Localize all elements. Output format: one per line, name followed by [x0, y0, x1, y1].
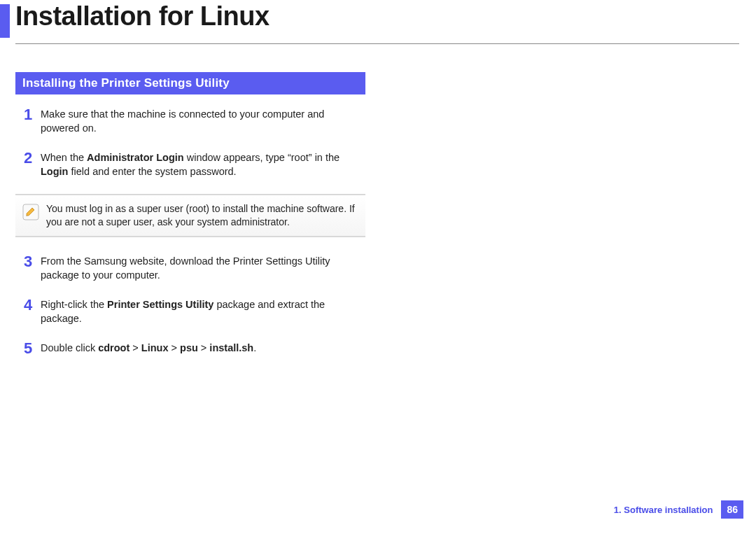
step-4: 4 Right-click the Printer Settings Utili… — [15, 297, 365, 325]
step-text: From the Samsung website, download the P… — [41, 254, 365, 282]
text-fragment: field and enter the system password. — [68, 166, 236, 177]
text-fragment: When the — [41, 152, 87, 163]
note-box: You must log in as a super user (root) t… — [15, 194, 365, 237]
steps-group-1: 1 Make sure that the machine is connecte… — [15, 107, 365, 178]
content-column: Installing the Printer Settings Utility … — [15, 72, 365, 356]
text-bold: cdroot — [98, 342, 130, 353]
step-5: 5 Double click cdroot > Linux > psu > in… — [15, 341, 365, 356]
page-footer: 1. Software installation 86 — [614, 500, 743, 519]
page-title: Installation for Linux — [10, 0, 270, 31]
step-2: 2 When the Administrator Login window ap… — [15, 150, 365, 178]
step-number: 2 — [15, 150, 41, 166]
step-3: 3 From the Samsung website, download the… — [15, 254, 365, 282]
step-number: 3 — [15, 254, 41, 269]
step-text: When the Administrator Login window appe… — [41, 150, 365, 178]
text-fragment: window appears, type “root” in the — [184, 152, 340, 163]
step-1: 1 Make sure that the machine is connecte… — [15, 107, 365, 135]
step-number: 1 — [15, 107, 41, 122]
text-fragment: Double click — [41, 342, 98, 353]
step-number: 4 — [15, 297, 41, 313]
note-pencil-icon — [22, 204, 39, 220]
text-bold: install.sh — [209, 342, 253, 353]
note-text: You must log in as a super user (root) t… — [46, 202, 358, 229]
steps-group-2: 3 From the Samsung website, download the… — [15, 254, 365, 356]
text-bold: Login — [41, 166, 68, 177]
text-fragment: Right-click the — [41, 299, 107, 310]
step-number: 5 — [15, 341, 41, 356]
text-bold: Printer Settings Utility — [107, 299, 214, 310]
title-bar: Installation for Linux — [0, 0, 756, 38]
step-text: Make sure that the machine is connected … — [41, 107, 365, 135]
text-fragment: > — [169, 342, 181, 353]
footer-chapter: 1. Software installation — [614, 505, 713, 515]
text-fragment: > — [130, 342, 141, 353]
step-text: Double click cdroot > Linux > psu > inst… — [41, 341, 256, 356]
footer-page-number: 86 — [721, 500, 743, 519]
text-bold: Linux — [141, 342, 169, 353]
title-accent-bar — [0, 4, 10, 38]
text-bold: Administrator Login — [87, 152, 184, 163]
step-text: Right-click the Printer Settings Utility… — [41, 297, 365, 325]
title-rule — [15, 43, 739, 44]
text-fragment: > — [198, 342, 210, 353]
text-fragment: . — [253, 342, 256, 353]
section-header: Installing the Printer Settings Utility — [15, 72, 365, 94]
text-bold: psu — [180, 342, 198, 353]
